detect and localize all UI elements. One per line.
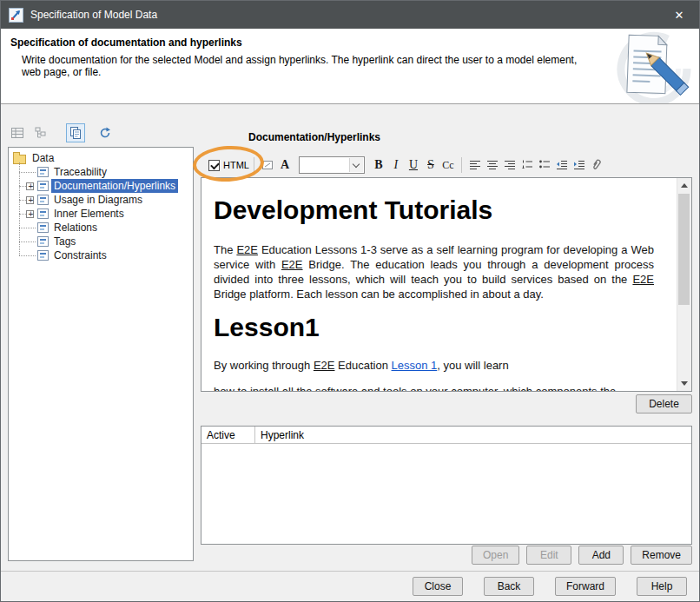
numbered-list-icon[interactable] xyxy=(518,156,536,174)
documentation-view-icon[interactable] xyxy=(66,123,85,142)
font-color-button[interactable]: A xyxy=(276,156,294,174)
chevron-down-icon[interactable] xyxy=(349,158,363,172)
back-button[interactable]: Back xyxy=(484,577,534,596)
dialog-footer: Close Back Forward Help xyxy=(1,571,699,601)
scroll-down-icon[interactable] xyxy=(677,376,691,391)
html-checkbox[interactable]: HTML xyxy=(208,160,249,171)
tree-item-label: Usage in Diagrams xyxy=(51,193,145,207)
tree-root-label: Data xyxy=(30,151,56,165)
expander-icon[interactable]: + xyxy=(26,210,34,218)
tree-item-traceability[interactable]: Traceability xyxy=(17,165,191,179)
tree-item-usage-in-diagrams[interactable]: + Usage in Diagrams xyxy=(17,193,191,207)
bullet-list-icon[interactable] xyxy=(536,156,553,174)
header-description: Write documentation for the selected Mod… xyxy=(22,54,586,78)
scrollbar-thumb[interactable] xyxy=(678,194,690,305)
editor-paragraph-2: By working through E2E Education Lesson … xyxy=(214,358,654,373)
tree-item-label: Constraints xyxy=(51,248,109,262)
formatting-toolbar: HTML A B I U S Cc xyxy=(201,154,605,176)
tree-connector xyxy=(19,186,26,187)
insert-object-icon[interactable] xyxy=(259,156,276,174)
tree-structure-icon[interactable] xyxy=(31,123,50,142)
hyperlink-actions: Open Edit Add Remove xyxy=(201,546,692,565)
bold-button[interactable]: B xyxy=(370,156,387,174)
window-title: Specification of Model Data xyxy=(30,9,157,21)
tree-connector xyxy=(19,228,36,228)
align-right-icon[interactable] xyxy=(501,156,518,174)
column-header-hyperlink[interactable]: Hyperlink xyxy=(255,427,691,443)
editor-heading-development-tutorials: Development Tutorials xyxy=(214,195,654,226)
align-center-icon[interactable] xyxy=(484,156,501,174)
help-button[interactable]: Help xyxy=(637,577,687,596)
scroll-up-icon[interactable] xyxy=(677,178,691,193)
editor-clipped-line: how to install all the software and tool… xyxy=(214,384,654,391)
increase-indent-icon[interactable] xyxy=(571,156,588,174)
tree-item-label: Documentation/Hyperlinks xyxy=(51,179,178,193)
titlebar: Specification of Model Data ✕ xyxy=(1,1,699,29)
delete-button[interactable]: Delete xyxy=(636,394,692,413)
tree-item-label: Inner Elements xyxy=(51,207,127,221)
close-button[interactable]: ✕ xyxy=(659,1,699,29)
decrease-indent-icon[interactable] xyxy=(553,156,571,174)
editor-content[interactable]: Development Tutorials The E2E Education … xyxy=(201,178,677,391)
documentation-pencil-illustration xyxy=(600,29,694,103)
underline-button[interactable]: U xyxy=(405,156,422,174)
hyperlink-table-body[interactable] xyxy=(201,444,691,545)
close-button-footer[interactable]: Close xyxy=(413,577,463,596)
tree-item-label: Relations xyxy=(51,221,100,235)
hyperlink-table-header: Active Hyperlink xyxy=(201,427,691,444)
element-icon xyxy=(37,222,49,233)
tree-item-label: Traceability xyxy=(51,165,109,179)
expander-icon[interactable]: + xyxy=(26,196,34,204)
properties-grid-icon[interactable] xyxy=(8,123,27,142)
change-case-button[interactable]: Cc xyxy=(439,156,457,174)
remove-button[interactable]: Remove xyxy=(631,546,692,565)
hyperlink-paperclip-icon[interactable] xyxy=(588,156,605,174)
panel-title: Documentation/Hyperlinks xyxy=(248,131,380,143)
specification-dialog: Specification of Model Data ✕ Specificat… xyxy=(0,0,700,602)
element-icon xyxy=(37,167,49,177)
plus-glyph: + xyxy=(27,182,35,191)
element-icon xyxy=(37,181,49,191)
tree-connector xyxy=(19,255,36,256)
tree-item-tags[interactable]: Tags xyxy=(17,235,191,248)
tree-item-inner-elements[interactable]: + Inner Elements xyxy=(17,207,191,221)
add-button[interactable]: Add xyxy=(578,546,624,565)
editor-scrollbar[interactable] xyxy=(677,178,691,391)
tree-connector xyxy=(19,214,26,215)
tree-item-documentation-hyperlinks[interactable]: + Documentation/Hyperlinks xyxy=(17,179,191,193)
plus-glyph: + xyxy=(27,195,35,205)
tree-toolbar xyxy=(8,123,115,142)
align-left-icon[interactable] xyxy=(466,156,484,174)
dialog-header: Specification of documentation and hyper… xyxy=(1,29,699,104)
italic-button[interactable]: I xyxy=(387,156,405,174)
tree-item-label: Tags xyxy=(51,235,78,248)
documentation-editor[interactable]: Development Tutorials The E2E Education … xyxy=(201,177,692,392)
edit-button[interactable]: Edit xyxy=(526,546,571,565)
model-tree: Data Traceability + Documentation/Hyperl… xyxy=(8,147,194,561)
forward-button[interactable]: Forward xyxy=(555,577,616,596)
refresh-icon[interactable] xyxy=(96,123,115,142)
tree-connector xyxy=(19,241,36,242)
open-button[interactable]: Open xyxy=(472,546,519,565)
header-title: Specification of documentation and hyper… xyxy=(10,36,242,49)
strikethrough-button[interactable]: S xyxy=(422,156,439,174)
hyperlink-table: Active Hyperlink xyxy=(201,426,692,545)
dialog-icon xyxy=(9,8,23,23)
element-icon xyxy=(37,236,49,247)
tree-item-relations[interactable]: Relations xyxy=(17,221,191,235)
element-icon xyxy=(37,195,49,205)
editor-heading-lesson1: Lesson1 xyxy=(214,312,654,343)
tree-item-constraints[interactable]: Constraints xyxy=(17,248,191,262)
toolbar-separator xyxy=(461,157,462,173)
expander-icon[interactable]: + xyxy=(26,182,34,190)
tree-root-data[interactable]: Data xyxy=(10,151,191,165)
editor-paragraph-1: The E2E Education Lessons 1-3 serve as a… xyxy=(214,242,654,301)
element-icon xyxy=(37,250,49,261)
checkbox-checked-icon xyxy=(208,160,220,171)
column-header-active[interactable]: Active xyxy=(201,427,255,443)
close-icon: ✕ xyxy=(675,9,684,22)
plus-glyph: + xyxy=(27,209,35,219)
lesson-1-link[interactable]: Lesson 1 xyxy=(392,359,438,372)
tree-connector xyxy=(19,200,26,201)
font-combobox[interactable] xyxy=(299,156,365,174)
